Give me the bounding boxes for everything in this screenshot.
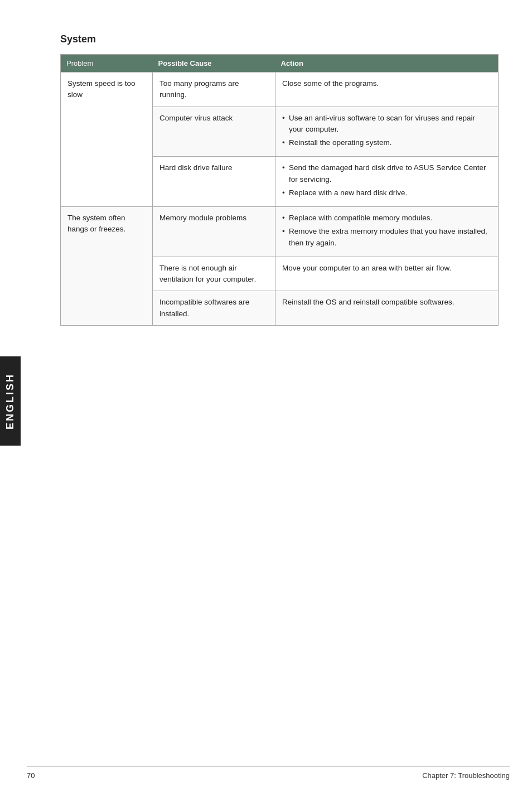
bullet-item: Remove the extra memory modules that you… [282, 226, 491, 249]
footer: 70 Chapter 7: Troubleshooting [27, 766, 510, 780]
bullet-item: Replace with compatible memory modules. [282, 212, 491, 224]
action-cell: Replace with compatible memory modules.R… [275, 207, 499, 257]
action-cell: Send the damaged hard disk drive to ASUS… [275, 157, 499, 207]
footer-page-number: 70 [27, 771, 35, 780]
table-row: The system often hangs or freezes.Memory… [61, 207, 499, 257]
side-tab: ENGLISH [0, 356, 21, 446]
trouble-table: Problem Possible Cause Action System spe… [60, 54, 499, 326]
bullet-item: Reinstall the operating system. [282, 137, 491, 148]
action-cell: Close some of the programs. [275, 73, 499, 107]
bullet-item: Replace with a new hard disk drive. [282, 187, 491, 199]
table-row: System speed is too slowToo many program… [61, 73, 499, 107]
cause-cell: Computer virus attack [153, 107, 275, 157]
cause-cell: Incompatible softwares are installed. [153, 291, 275, 326]
action-cell: Use an anti-virus software to scan for v… [275, 107, 499, 157]
cause-cell: Too many programs are running. [153, 73, 275, 107]
footer-chapter: Chapter 7: Troubleshooting [422, 771, 510, 780]
action-cell: Reinstall the OS and reinstall compatibl… [275, 291, 499, 326]
action-cell: Move your computer to an area with bette… [275, 257, 499, 291]
problem-cell: System speed is too slow [61, 73, 153, 207]
bullet-item: Use an anti-virus software to scan for v… [282, 113, 491, 136]
cause-cell: Memory module problems [153, 207, 275, 257]
side-tab-label: ENGLISH [4, 373, 16, 429]
bullet-item: Send the damaged hard disk drive to ASUS… [282, 162, 491, 185]
main-content: System Problem Possible Cause Action Sys… [27, 0, 532, 370]
cause-cell: There is not enough air ventilation for … [153, 257, 275, 291]
header-cause: Possible Cause [153, 55, 275, 73]
header-action: Action [275, 55, 499, 73]
header-problem: Problem [61, 55, 153, 73]
section-title: System [60, 33, 499, 45]
problem-cell: The system often hangs or freezes. [61, 207, 153, 326]
cause-cell: Hard disk drive failure [153, 157, 275, 207]
